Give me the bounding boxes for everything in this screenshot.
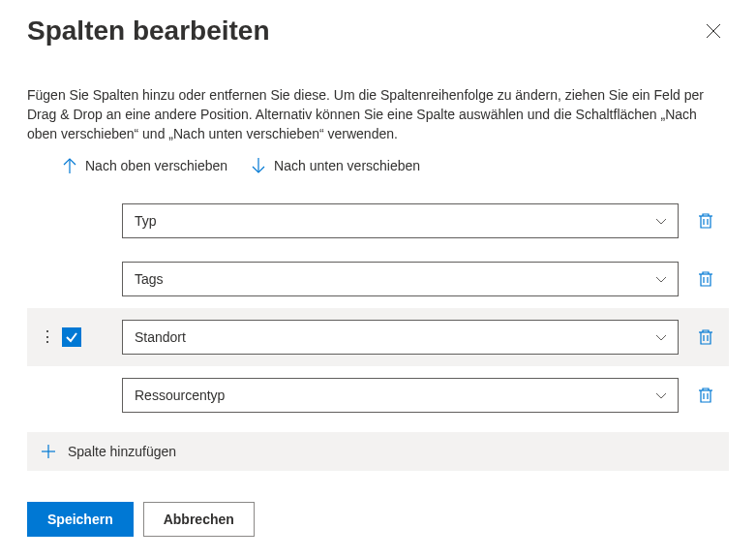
add-column-button[interactable]: Spalte hinzufügen (27, 432, 729, 471)
plus-icon (41, 444, 56, 459)
chevron-down-icon (654, 388, 668, 402)
panel-title: Spalten bearbeiten (27, 16, 270, 47)
edit-columns-panel: Spalten bearbeiten Fügen Sie Spalten hin… (0, 0, 756, 552)
drag-handle-icon[interactable]: ⋮ (41, 329, 54, 345)
trash-icon (698, 212, 713, 230)
chevron-down-icon (654, 272, 668, 286)
cancel-button[interactable]: Abbrechen (143, 502, 255, 537)
column-select-value: Ressourcentyp (135, 388, 225, 403)
arrow-down-icon (251, 157, 266, 174)
column-select[interactable]: Typ (122, 203, 679, 238)
column-select[interactable]: Standort (122, 320, 679, 355)
move-down-button[interactable]: Nach unten verschieben (251, 157, 420, 174)
trash-icon (698, 328, 713, 346)
column-row: ⋮ Tags (27, 250, 729, 308)
panel-footer: Speichern Abbrechen (27, 502, 729, 537)
column-select[interactable]: Ressourcentyp (122, 378, 679, 413)
column-select-value: Tags (135, 271, 164, 287)
delete-column-button[interactable] (690, 380, 721, 411)
close-icon (706, 23, 721, 39)
column-select[interactable]: Tags (122, 262, 679, 296)
columns-list: ⋮ Typ ⋮ (27, 192, 729, 424)
save-button[interactable]: Speichern (27, 502, 134, 537)
move-up-button[interactable]: Nach oben verschieben (62, 157, 227, 174)
column-select-value: Typ (135, 213, 157, 229)
delete-column-button[interactable] (690, 322, 721, 353)
move-up-label: Nach oben verschieben (85, 158, 227, 173)
delete-column-button[interactable] (690, 205, 721, 236)
panel-description: Fügen Sie Spalten hinzu oder entfernen S… (27, 85, 729, 143)
move-actions: Nach oben verschieben Nach unten verschi… (27, 157, 729, 174)
arrow-up-icon (62, 157, 77, 174)
trash-icon (698, 270, 713, 288)
column-row: ⋮ Standort (27, 308, 729, 366)
panel-header: Spalten bearbeiten (27, 16, 729, 47)
move-down-label: Nach unten verschieben (274, 158, 420, 173)
column-row: ⋮ Typ (27, 192, 729, 250)
trash-icon (698, 387, 713, 404)
add-column-label: Spalte hinzufügen (68, 444, 176, 459)
checkmark-icon (65, 330, 78, 344)
delete-column-button[interactable] (690, 264, 721, 295)
close-button[interactable] (698, 16, 729, 47)
column-row: ⋮ Ressourcentyp (27, 366, 729, 424)
chevron-down-icon (654, 330, 668, 344)
row-checkbox[interactable] (62, 327, 81, 347)
chevron-down-icon (654, 214, 668, 228)
column-select-value: Standort (135, 329, 186, 345)
